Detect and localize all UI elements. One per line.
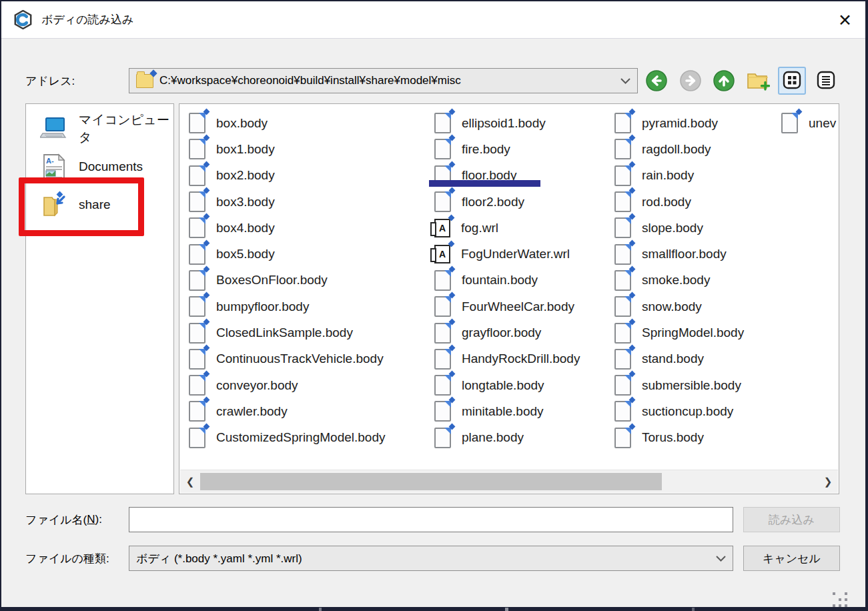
file-item[interactable]: stand.body [613, 346, 744, 372]
body-file-icon [434, 139, 451, 159]
wrl-file-icon: A [434, 219, 450, 237]
file-item[interactable]: smallfloor.body [613, 241, 744, 267]
file-name-label: fog.wrl [461, 221, 498, 235]
load-button[interactable]: 読み込み [743, 507, 840, 532]
title-bar: ボディの読み込み [1, 1, 865, 39]
body-file-icon [614, 165, 631, 186]
file-name-label: longtable.body [462, 378, 544, 393]
scroll-right-icon[interactable]: ❯ [819, 470, 837, 493]
file-item[interactable]: submersible.body [613, 372, 744, 398]
up-button[interactable] [713, 69, 735, 92]
file-name-label: submersible.body [642, 378, 741, 393]
new-folder-icon [746, 69, 770, 93]
file-item[interactable]: AFogUnderWater.wrl [433, 241, 580, 267]
documents-icon: A- [39, 153, 69, 180]
filetype-combobox[interactable]: ボディ (*.body *.yaml *.yml *.wrl) [129, 546, 733, 571]
body-file-icon [189, 217, 205, 238]
file-item[interactable]: snow.body [613, 293, 744, 320]
file-item[interactable]: minitable.body [433, 398, 580, 424]
filetype-value: ボディ (*.body *.yaml *.yml *.wrl) [136, 551, 302, 566]
forward-button[interactable] [679, 69, 702, 92]
file-name-label: FogUnderWater.wrl [461, 247, 570, 261]
file-item[interactable]: box3.body [187, 189, 385, 215]
file-item[interactable]: ragdoll.body [613, 136, 744, 162]
file-item[interactable]: longtable.body [433, 372, 580, 398]
file-item[interactable]: unev [780, 110, 836, 136]
scrollbar-thumb[interactable] [200, 473, 662, 490]
bottom-edge-segment [505, 608, 508, 611]
file-item[interactable]: bumpyfloor.body [187, 293, 385, 320]
file-item[interactable]: CustomizedSpringModel.body [187, 425, 385, 451]
file-item[interactable]: grayfloor.body [433, 320, 580, 346]
file-item[interactable]: crawler.body [187, 398, 385, 424]
file-item[interactable]: suctioncup.body [613, 398, 744, 424]
new-folder-button[interactable] [744, 68, 772, 93]
body-file-icon [614, 323, 631, 344]
icon-view-button[interactable] [778, 67, 806, 95]
sidebar-item-my-computer[interactable]: マイコンピュータ [26, 109, 173, 147]
file-item[interactable]: FourWheelCar.body [433, 293, 580, 320]
file-item[interactable]: rod.body [613, 189, 744, 215]
file-item[interactable]: Afog.wrl [433, 215, 580, 241]
file-item[interactable]: box4.body [187, 215, 385, 241]
body-file-icon [189, 323, 205, 344]
bottom-edge-segment [319, 608, 322, 611]
file-item[interactable]: slope.body [613, 215, 744, 241]
body-file-icon [614, 191, 631, 212]
detail-view-icon [817, 71, 835, 91]
body-file-icon [434, 401, 451, 422]
body-file-icon [614, 270, 631, 291]
file-name-label: BoxesOnFloor.body [216, 273, 328, 287]
back-button[interactable] [645, 69, 668, 92]
sidebar-item-documents[interactable]: A- Documents [26, 147, 173, 185]
sidebar-item-share[interactable]: share [26, 185, 173, 223]
file-item[interactable]: pyramid.body [613, 110, 744, 136]
file-item[interactable]: fire.body [433, 136, 580, 162]
body-file-icon [434, 113, 451, 133]
file-item[interactable]: BoxesOnFloor.body [187, 267, 385, 293]
file-name-label: SpringModel.body [642, 326, 744, 340]
file-item[interactable]: conveyor.body [187, 372, 385, 398]
resize-grip-icon[interactable] [833, 592, 835, 595]
address-label: アドレス: [25, 68, 75, 93]
close-button[interactable]: ✕ [826, 1, 864, 39]
file-item[interactable]: SpringModel.body [613, 320, 744, 346]
body-file-icon [434, 428, 451, 448]
file-name-label: bumpyfloor.body [216, 299, 309, 314]
my-computer-icon [39, 117, 69, 140]
file-item[interactable]: floor2.body [433, 189, 580, 215]
horizontal-scrollbar[interactable]: ❮ ❯ [180, 470, 838, 493]
file-item[interactable]: box.body [187, 110, 385, 136]
body-file-icon [434, 349, 451, 370]
file-item[interactable]: box2.body [187, 163, 385, 189]
file-column: unev [780, 110, 836, 136]
file-name-label: plane.body [462, 430, 524, 445]
file-item[interactable]: rain.body [613, 163, 744, 189]
file-item[interactable]: fountain.body [433, 267, 580, 293]
file-item[interactable]: ellipsoid1.body [433, 110, 580, 136]
file-item[interactable]: HandyRockDrill.body [433, 346, 580, 372]
body-file-icon [434, 191, 451, 212]
dialog-title: ボディの読み込み [41, 12, 133, 27]
file-item[interactable]: Torus.body [613, 425, 744, 451]
scroll-left-icon[interactable]: ❮ [181, 470, 199, 493]
file-item[interactable]: ContinuousTrackVehicle.body [187, 346, 385, 372]
cancel-button[interactable]: キャンセル [743, 546, 840, 571]
file-item[interactable]: smoke.body [613, 267, 744, 293]
file-item[interactable]: plane.body [433, 425, 580, 451]
address-combobox[interactable]: C:¥workspace¥choreonoid¥build¥install¥sh… [129, 68, 638, 93]
file-item[interactable]: ClosedLinkSample.body [187, 320, 385, 346]
annotation-underline-floor-body [429, 180, 540, 187]
body-file-icon [434, 296, 451, 317]
body-file-icon [189, 139, 205, 159]
filename-input[interactable] [129, 507, 733, 532]
body-file-icon [189, 428, 205, 448]
places-sidebar: マイコンピュータ A- Documents [25, 103, 174, 494]
back-arrow-icon [645, 84, 668, 94]
file-item[interactable]: box1.body [187, 136, 385, 162]
file-name-label: box4.body [216, 221, 275, 235]
detail-view-button[interactable] [812, 67, 840, 95]
filetype-label: ファイルの種類: [25, 546, 109, 571]
icon-view-icon [783, 71, 801, 91]
file-item[interactable]: box5.body [187, 241, 385, 267]
